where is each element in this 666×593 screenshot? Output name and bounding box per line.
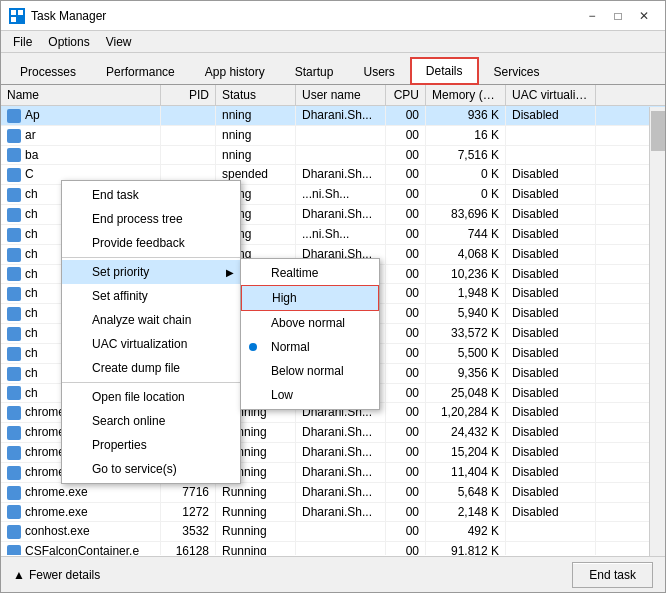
menu-bar: File Options View [1,31,665,53]
menu-view[interactable]: View [98,33,140,51]
sub-realtime[interactable]: Realtime [241,261,379,285]
tab-bar: Processes Performance App history Startu… [1,53,665,85]
ctx-provide-feedback[interactable]: Provide feedback [62,231,240,255]
ctx-go-to-services[interactable]: Go to service(s) [62,457,240,481]
ctx-create-dump[interactable]: Create dump file [62,356,240,380]
tab-details[interactable]: Details [410,57,479,85]
task-manager-window: Task Manager − □ ✕ File Options View Pro… [0,0,666,593]
fewer-details-label: Fewer details [29,568,100,582]
maximize-button[interactable]: □ [605,3,631,29]
ctx-uac-virtualization[interactable]: UAC virtualization [62,332,240,356]
priority-submenu: Realtime High Above normal Normal Below … [240,258,380,410]
window-title: Task Manager [31,9,579,23]
svg-rect-3 [18,17,23,22]
title-bar: Task Manager − □ ✕ [1,1,665,31]
radio-dot-icon [249,343,257,351]
tab-services[interactable]: Services [479,59,555,85]
svg-rect-2 [11,17,16,22]
ctx-set-priority[interactable]: Set priority ▶ Realtime High Above norma… [62,260,240,284]
close-button[interactable]: ✕ [631,3,657,29]
ctx-separator-1 [62,257,240,258]
context-menu: End task End process tree Provide feedba… [61,180,241,484]
end-task-button[interactable]: End task [572,562,653,588]
ctx-analyze-wait-chain[interactable]: Analyze wait chain [62,308,240,332]
minimize-button[interactable]: − [579,3,605,29]
ctx-properties[interactable]: Properties [62,433,240,457]
ctx-search-online[interactable]: Search online [62,409,240,433]
sub-below-normal[interactable]: Below normal [241,359,379,383]
window-controls: − □ ✕ [579,3,657,29]
ctx-end-task[interactable]: End task [62,183,240,207]
svg-rect-0 [11,10,16,15]
sub-low[interactable]: Low [241,383,379,407]
fewer-details-icon: ▲ [13,568,25,582]
tab-users[interactable]: Users [348,59,409,85]
app-icon [9,8,25,24]
sub-above-normal[interactable]: Above normal [241,311,379,335]
tab-processes[interactable]: Processes [5,59,91,85]
bottom-bar: ▲ Fewer details End task [1,556,665,592]
menu-options[interactable]: Options [40,33,97,51]
tab-app-history[interactable]: App history [190,59,280,85]
fewer-details-button[interactable]: ▲ Fewer details [13,568,100,582]
menu-file[interactable]: File [5,33,40,51]
process-table: Name PID Status User name CPU Memory (a.… [1,85,665,556]
context-menu-overlay: End task End process tree Provide feedba… [1,85,665,556]
submenu-arrow-icon: ▶ [226,267,234,278]
tab-startup[interactable]: Startup [280,59,349,85]
ctx-open-file-location[interactable]: Open file location [62,385,240,409]
sub-high[interactable]: High [241,285,379,311]
ctx-end-process-tree[interactable]: End process tree [62,207,240,231]
tab-performance[interactable]: Performance [91,59,190,85]
sub-normal[interactable]: Normal [241,335,379,359]
ctx-separator-2 [62,382,240,383]
ctx-set-affinity[interactable]: Set affinity [62,284,240,308]
svg-rect-1 [18,10,23,15]
